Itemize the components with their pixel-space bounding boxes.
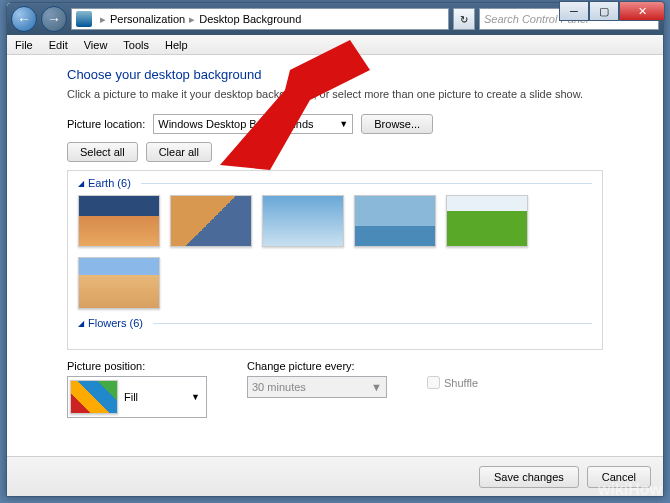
menu-tools[interactable]: Tools bbox=[115, 39, 157, 51]
menu-bar: File Edit View Tools Help bbox=[7, 35, 663, 55]
picture-location-combo[interactable]: Windows Desktop Backgrounds ▼ bbox=[153, 114, 353, 134]
clear-all-button[interactable]: Clear all bbox=[146, 142, 212, 162]
refresh-button[interactable]: ↻ bbox=[453, 8, 475, 30]
group-earth[interactable]: ◢ Earth (6) bbox=[78, 177, 592, 189]
maximize-button[interactable]: ▢ bbox=[589, 1, 619, 21]
watermark: wikiHow bbox=[598, 481, 662, 499]
select-all-button[interactable]: Select all bbox=[67, 142, 138, 162]
shuffle-label: Shuffle bbox=[444, 377, 478, 389]
position-preview-icon bbox=[70, 380, 118, 414]
wallpaper-thumb[interactable] bbox=[354, 195, 436, 247]
change-every-combo: 30 minutes ▼ bbox=[247, 376, 387, 398]
breadcrumb-desktop-background[interactable]: Desktop Background bbox=[199, 13, 301, 25]
group-flowers[interactable]: ◢ Flowers (6) bbox=[78, 317, 592, 329]
wallpaper-gallery: ◢ Earth (6) ◢ Flowers (6) bbox=[67, 170, 603, 350]
breadcrumb-personalization[interactable]: Personalization bbox=[110, 13, 185, 25]
wallpaper-thumb[interactable] bbox=[78, 195, 160, 247]
wallpaper-thumb[interactable] bbox=[262, 195, 344, 247]
chevron-down-icon: ▼ bbox=[191, 392, 204, 402]
save-changes-button[interactable]: Save changes bbox=[479, 466, 579, 488]
page-subtitle: Click a picture to make it your desktop … bbox=[67, 88, 603, 100]
minimize-button[interactable]: ─ bbox=[559, 1, 589, 21]
collapse-icon: ◢ bbox=[78, 319, 84, 328]
forward-button[interactable]: → bbox=[41, 6, 67, 32]
address-bar[interactable]: ▸ Personalization ▸ Desktop Background bbox=[71, 8, 449, 30]
menu-file[interactable]: File bbox=[7, 39, 41, 51]
picture-position-label: Picture position: bbox=[67, 360, 207, 372]
collapse-icon: ◢ bbox=[78, 179, 84, 188]
wallpaper-thumb[interactable] bbox=[446, 195, 528, 247]
menu-edit[interactable]: Edit bbox=[41, 39, 76, 51]
chevron-down-icon: ▼ bbox=[339, 119, 348, 129]
menu-view[interactable]: View bbox=[76, 39, 116, 51]
picture-position-combo[interactable]: Fill ▼ bbox=[67, 376, 207, 418]
menu-help[interactable]: Help bbox=[157, 39, 196, 51]
wallpaper-thumb[interactable] bbox=[78, 257, 160, 309]
close-button[interactable]: ✕ bbox=[619, 1, 665, 21]
control-panel-icon bbox=[76, 11, 92, 27]
picture-location-label: Picture location: bbox=[67, 118, 145, 130]
change-every-label: Change picture every: bbox=[247, 360, 387, 372]
browse-button[interactable]: Browse... bbox=[361, 114, 433, 134]
back-button[interactable]: ← bbox=[11, 6, 37, 32]
shuffle-checkbox bbox=[427, 376, 440, 389]
chevron-down-icon: ▼ bbox=[371, 381, 382, 393]
wallpaper-thumb[interactable] bbox=[170, 195, 252, 247]
page-title: Choose your desktop background bbox=[67, 67, 603, 82]
